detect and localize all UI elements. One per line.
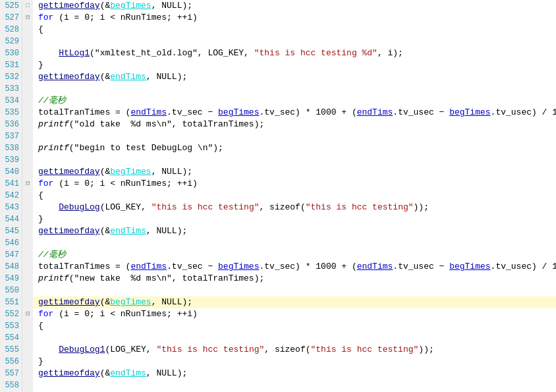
line-number: 551 bbox=[0, 296, 22, 308]
token: ("begin to test DebugLog \n"); bbox=[69, 143, 223, 153]
token: "this is hcc testing %d" bbox=[254, 48, 377, 58]
token: (LOG_KEY, bbox=[100, 202, 152, 212]
code-content: DebugLog1(LOG_KEY, "this is hcc testing"… bbox=[33, 344, 556, 356]
code-content bbox=[33, 379, 556, 391]
code-line: 538printf("begin to test DebugLog \n"); bbox=[0, 142, 556, 154]
code-editor: 525□gettimeofday(&begTimes, NULL);527⊟fo… bbox=[0, 0, 556, 392]
code-content bbox=[33, 154, 556, 166]
code-content: gettimeofday(&endTims, NULL); bbox=[33, 225, 556, 237]
line-number: 542 bbox=[0, 190, 22, 202]
line-number: 537 bbox=[0, 130, 22, 142]
code-line: 548totalTranTimes = (endTims.tv_sec − be… bbox=[0, 261, 556, 273]
line-number: 538 bbox=[0, 142, 22, 154]
code-content: //毫秒 bbox=[33, 249, 556, 261]
token: , NULL); bbox=[146, 72, 187, 82]
fold-button bbox=[22, 261, 33, 273]
token: //毫秒 bbox=[38, 96, 66, 105]
code-line: 532gettimeofday(&endTims, NULL); bbox=[0, 71, 556, 83]
line-number: 532 bbox=[0, 71, 22, 83]
code-content: gettimeofday(&begTimes, NULL); bbox=[33, 166, 556, 178]
token: { bbox=[38, 190, 43, 200]
code-line: 541⊟for (i = 0; i < nRunTimes; ++i) bbox=[0, 178, 556, 190]
token: ("old take %d ms\n", totalTranTimes); bbox=[69, 119, 264, 129]
fold-button bbox=[22, 154, 33, 166]
code-line: 555 DebugLog1(LOG_KEY, "this is hcc test… bbox=[0, 344, 556, 356]
line-number: 525 bbox=[0, 0, 22, 12]
token: endTims bbox=[130, 107, 167, 117]
token: (& bbox=[100, 167, 111, 177]
code-content: totalTranTimes = (endTims.tv_sec − begTi… bbox=[33, 261, 556, 273]
token: totalTranTimes = ( bbox=[38, 262, 130, 271]
fold-button bbox=[22, 107, 33, 119]
code-line: 546 bbox=[0, 237, 556, 249]
line-number: 557 bbox=[0, 368, 22, 379]
token[interactable]: gettimeofday bbox=[38, 167, 100, 177]
fold-button bbox=[22, 368, 33, 379]
fold-button bbox=[22, 285, 33, 296]
code-content: //毫秒 bbox=[33, 95, 556, 107]
line-number: 531 bbox=[0, 59, 22, 71]
token: (& bbox=[100, 368, 111, 378]
token: } bbox=[38, 356, 43, 366]
code-line: 547//毫秒 bbox=[0, 249, 556, 261]
token: totalTranTimes = ( bbox=[38, 107, 130, 117]
token: endTims bbox=[130, 262, 167, 271]
fold-button[interactable]: ⊟ bbox=[22, 178, 33, 190]
token: .tv_sec) * 1000 + ( bbox=[259, 262, 356, 271]
token: (i = 0; i < nRunTimes; ++i) bbox=[53, 179, 197, 188]
code-line: 537 bbox=[0, 130, 556, 142]
fold-button bbox=[22, 344, 33, 356]
code-line: 534//毫秒 bbox=[0, 95, 556, 107]
code-line: 533 bbox=[0, 83, 556, 95]
code-line: 542{ bbox=[0, 190, 556, 202]
token: begTimes bbox=[218, 107, 259, 117]
code-content: for (i = 0; i < nRunTimes; ++i) bbox=[33, 308, 556, 320]
code-content: printf("begin to test DebugLog \n"); bbox=[33, 142, 556, 154]
token: printf bbox=[38, 119, 69, 129]
code-content: gettimeofday(&begTimes, NULL); bbox=[33, 296, 556, 308]
token: for bbox=[38, 309, 53, 319]
token: ("xmltest_ht_old.log", LOG_KEY, bbox=[90, 48, 254, 58]
token[interactable]: gettimeofday bbox=[38, 1, 100, 11]
fold-button bbox=[22, 332, 33, 344]
code-line: 544} bbox=[0, 213, 556, 225]
token: )); bbox=[414, 202, 429, 212]
token: } bbox=[38, 214, 43, 224]
fold-button[interactable]: □ bbox=[22, 0, 33, 12]
token: (& bbox=[100, 72, 111, 82]
line-number: 552 bbox=[0, 308, 22, 320]
fold-button bbox=[22, 237, 33, 249]
token[interactable]: DebugLog bbox=[59, 202, 99, 212]
fold-button bbox=[22, 225, 33, 237]
code-line: 554 bbox=[0, 332, 556, 344]
line-number: 543 bbox=[0, 202, 22, 213]
token[interactable]: gettimeofday bbox=[38, 226, 100, 236]
fold-button[interactable]: ⊟ bbox=[22, 12, 33, 24]
token: (& bbox=[100, 1, 111, 11]
token[interactable]: gettimeofday bbox=[38, 368, 100, 378]
line-number: 548 bbox=[0, 261, 22, 273]
code-content: for (i = 0; i < nRunTimes; ++i) bbox=[33, 12, 556, 24]
token[interactable]: HtLog1 bbox=[59, 48, 90, 58]
token[interactable]: gettimeofday bbox=[38, 297, 100, 307]
line-number: 547 bbox=[0, 249, 22, 261]
line-number: 550 bbox=[0, 285, 22, 296]
code-line: 551gettimeofday(&begTimes, NULL); bbox=[0, 296, 556, 308]
code-line: 550 bbox=[0, 285, 556, 296]
token: , NULL); bbox=[146, 226, 187, 236]
code-content bbox=[33, 83, 556, 95]
code-line: 535totalTranTimes = (endTims.tv_sec − be… bbox=[0, 107, 556, 119]
token: , NULL); bbox=[152, 167, 192, 177]
token[interactable]: DebugLog1 bbox=[59, 345, 105, 354]
token: endTims bbox=[357, 107, 393, 117]
code-line: 539 bbox=[0, 154, 556, 166]
token: "this is hcc testing" bbox=[152, 202, 260, 212]
token: "this is hcc testing" bbox=[311, 345, 419, 354]
line-number: 534 bbox=[0, 95, 22, 107]
token: begTimes bbox=[110, 1, 151, 11]
token[interactable]: gettimeofday bbox=[38, 72, 100, 82]
code-line: 529 bbox=[0, 36, 556, 47]
line-number: 544 bbox=[0, 213, 22, 225]
fold-button[interactable]: ⊟ bbox=[22, 308, 33, 320]
token: for bbox=[38, 179, 53, 188]
